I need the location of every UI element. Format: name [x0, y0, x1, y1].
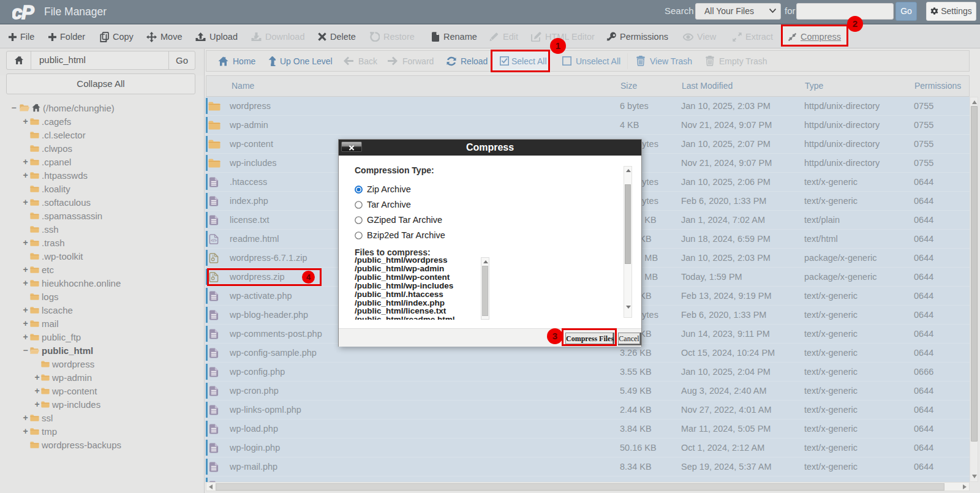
svg-text:P: P — [21, 2, 34, 23]
svg-text:c: c — [12, 2, 22, 23]
